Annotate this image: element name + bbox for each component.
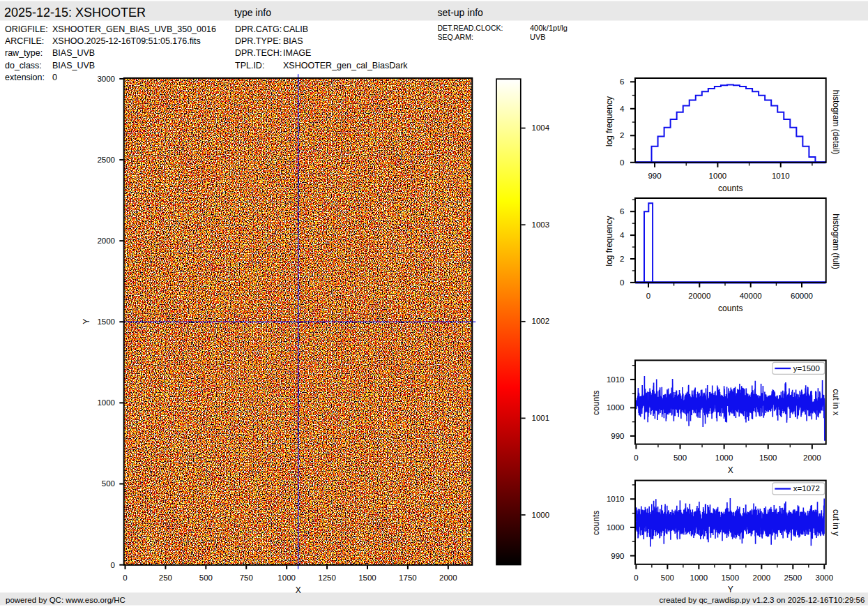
svg-text:counts: counts <box>591 511 601 535</box>
svg-text:ORIGFILE:: ORIGFILE: <box>5 24 48 34</box>
svg-text:Y: Y <box>728 585 733 594</box>
svg-text:60000: 60000 <box>791 292 813 300</box>
svg-text:XSHOO.2025-12-16T09:51:05.176.: XSHOO.2025-12-16T09:51:05.176.fits <box>52 36 201 46</box>
svg-text:3000: 3000 <box>97 75 115 83</box>
svg-text:1004: 1004 <box>532 123 550 132</box>
svg-text:6: 6 <box>620 207 624 216</box>
svg-text:1500: 1500 <box>759 454 777 462</box>
svg-text:2: 2 <box>620 131 624 140</box>
svg-text:990: 990 <box>611 432 624 440</box>
svg-text:DPR.CATG:: DPR.CATG: <box>235 24 282 34</box>
svg-text:1002: 1002 <box>532 317 550 325</box>
svg-text:BIAS: BIAS <box>283 36 303 46</box>
svg-text:0: 0 <box>111 561 115 569</box>
svg-text:1250: 1250 <box>318 574 336 582</box>
svg-text:1750: 1750 <box>399 574 417 582</box>
svg-text:SEQ.ARM:: SEQ.ARM: <box>438 33 473 41</box>
svg-text:0: 0 <box>634 574 638 582</box>
svg-text:500: 500 <box>199 574 213 582</box>
svg-text:2025-12-15: XSHOOTER: 2025-12-15: XSHOOTER <box>4 6 146 20</box>
svg-text:1000: 1000 <box>277 574 296 582</box>
svg-text:2: 2 <box>620 255 624 263</box>
svg-text:set-up info: set-up info <box>438 7 484 18</box>
svg-text:1001: 1001 <box>532 414 550 422</box>
svg-text:counts: counts <box>718 183 743 193</box>
svg-text:UVB: UVB <box>530 33 546 41</box>
svg-text:0: 0 <box>620 158 624 167</box>
svg-text:log frequency: log frequency <box>604 216 614 266</box>
svg-text:20000: 20000 <box>688 292 710 300</box>
svg-text:2000: 2000 <box>753 574 771 582</box>
svg-text:extension:: extension: <box>5 73 45 82</box>
svg-text:3000: 3000 <box>816 574 834 582</box>
svg-text:0: 0 <box>620 278 624 287</box>
svg-text:raw_type:: raw_type: <box>5 48 43 58</box>
svg-text:powered by QC: www.eso.org/HC: powered by QC: www.eso.org/HC <box>6 596 125 604</box>
svg-text:1010: 1010 <box>607 495 625 503</box>
svg-text:0: 0 <box>634 454 638 462</box>
svg-text:1010: 1010 <box>607 375 625 384</box>
svg-text:TPL.ID:: TPL.ID: <box>235 61 264 70</box>
svg-text:counts: counts <box>591 391 601 415</box>
svg-text:DET.READ.CLOCK:: DET.READ.CLOCK: <box>438 24 503 32</box>
svg-text:cut in x: cut in x <box>831 389 841 415</box>
svg-text:IMAGE: IMAGE <box>283 48 311 58</box>
svg-text:500: 500 <box>673 454 687 462</box>
svg-text:1010: 1010 <box>772 172 790 180</box>
svg-text:40000: 40000 <box>740 292 762 300</box>
svg-text:1500: 1500 <box>722 574 740 582</box>
svg-text:250: 250 <box>159 574 172 582</box>
svg-text:do_class:: do_class: <box>5 61 42 70</box>
svg-text:BIAS_UVB: BIAS_UVB <box>52 61 95 70</box>
svg-text:1500: 1500 <box>358 574 376 582</box>
svg-text:500: 500 <box>661 574 674 582</box>
svg-text:DPR.TYPE:: DPR.TYPE: <box>235 36 281 46</box>
svg-text:990: 990 <box>648 172 661 180</box>
svg-text:750: 750 <box>240 574 253 582</box>
svg-text:1000: 1000 <box>715 454 733 462</box>
svg-text:histogram (full): histogram (full) <box>831 213 841 269</box>
svg-text:2000: 2000 <box>439 574 457 582</box>
svg-text:DPR.TECH:: DPR.TECH: <box>235 48 282 58</box>
svg-text:XSHOOTER_gen_cal_BiasDark: XSHOOTER_gen_cal_BiasDark <box>283 61 408 70</box>
svg-text:1000: 1000 <box>97 398 115 407</box>
svg-text:CALIB: CALIB <box>283 24 308 34</box>
svg-text:1000: 1000 <box>532 511 550 519</box>
svg-text:4: 4 <box>620 105 625 113</box>
svg-text:0: 0 <box>123 574 127 582</box>
svg-text:0: 0 <box>646 292 650 300</box>
svg-text:X: X <box>728 465 733 475</box>
svg-text:4: 4 <box>620 231 625 239</box>
svg-text:990: 990 <box>611 552 624 560</box>
svg-text:2000: 2000 <box>803 454 821 462</box>
svg-text:X: X <box>296 585 301 595</box>
svg-text:1000: 1000 <box>690 574 708 582</box>
svg-text:500: 500 <box>102 479 115 488</box>
svg-text:6: 6 <box>620 77 624 86</box>
svg-text:1000: 1000 <box>709 172 727 180</box>
svg-text:cut in y: cut in y <box>831 509 841 536</box>
svg-text:0: 0 <box>52 73 57 82</box>
svg-text:type info: type info <box>234 7 271 18</box>
svg-text:histogram (detail): histogram (detail) <box>831 90 841 155</box>
svg-text:2000: 2000 <box>97 237 115 245</box>
svg-text:2500: 2500 <box>97 156 115 164</box>
svg-text:counts: counts <box>718 304 743 313</box>
svg-text:ARCFILE:: ARCFILE: <box>5 36 44 46</box>
svg-text:1000: 1000 <box>607 403 625 412</box>
svg-text:x=1072: x=1072 <box>793 484 820 493</box>
svg-text:1500: 1500 <box>97 317 115 326</box>
svg-text:400k/1pt/lg: 400k/1pt/lg <box>530 24 568 32</box>
svg-text:y=1500: y=1500 <box>793 364 820 373</box>
svg-text:1000: 1000 <box>607 523 625 532</box>
svg-text:created by qc_rawdisp.py v1.2.: created by qc_rawdisp.py v1.2.3 on 2025-… <box>660 596 865 604</box>
svg-text:Y: Y <box>82 319 91 324</box>
svg-text:log frequency: log frequency <box>604 96 614 147</box>
svg-text:XSHOOTER_GEN_BIAS_UVB_350_0016: XSHOOTER_GEN_BIAS_UVB_350_0016 <box>52 24 216 34</box>
svg-text:1003: 1003 <box>532 220 550 229</box>
svg-text:2500: 2500 <box>784 574 802 582</box>
svg-text:BIAS_UVB: BIAS_UVB <box>52 48 95 58</box>
